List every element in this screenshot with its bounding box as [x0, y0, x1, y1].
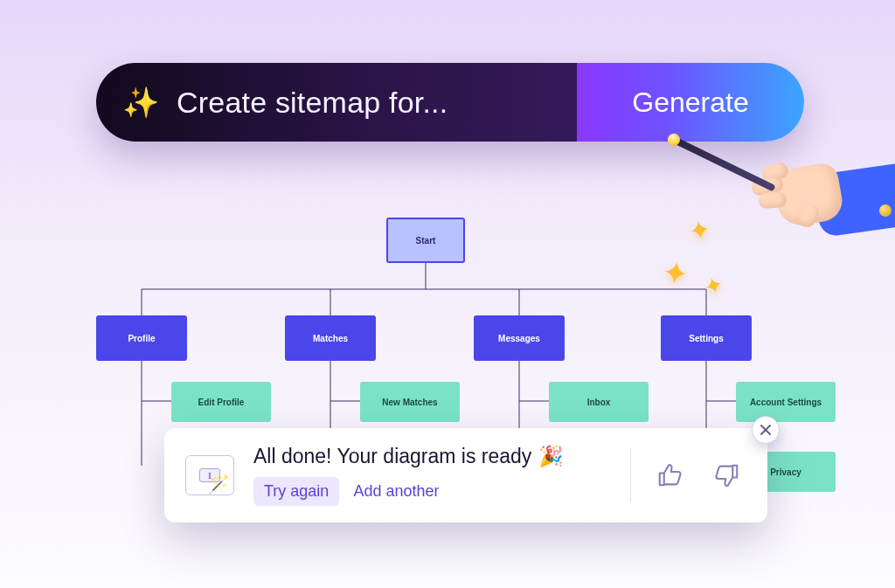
- node-profile[interactable]: Profile: [96, 315, 187, 361]
- thumbs-down-icon: [714, 462, 740, 488]
- sparkle-icon: ✨: [122, 87, 159, 117]
- node-settings[interactable]: Settings: [661, 315, 752, 361]
- toast-divider: [630, 448, 631, 502]
- node-start[interactable]: Start: [386, 218, 465, 263]
- node-new-matches[interactable]: New Matches: [360, 382, 460, 422]
- node-matches[interactable]: Matches: [285, 315, 376, 361]
- magic-input-icon: I 🪄: [185, 455, 234, 495]
- node-edit-profile[interactable]: Edit Profile: [171, 382, 271, 422]
- sparkle-icon: ✦: [660, 253, 691, 294]
- node-account-settings[interactable]: Account Settings: [736, 382, 836, 422]
- toast-body: All done! Your diagram is ready 🎉 Try ag…: [253, 445, 611, 506]
- prompt-placeholder: Create sitemap for...: [177, 86, 448, 120]
- thumbs-down-button[interactable]: [708, 456, 746, 495]
- wand-icon: 🪄: [208, 475, 230, 493]
- close-icon: [760, 424, 772, 436]
- party-icon: 🎉: [538, 445, 564, 468]
- node-inbox[interactable]: Inbox: [549, 382, 649, 422]
- toast-title: All done! Your diagram is ready 🎉: [253, 445, 611, 468]
- generate-button[interactable]: Generate: [577, 63, 804, 142]
- add-another-button[interactable]: Add another: [353, 482, 439, 501]
- toast-actions: Try again Add another: [253, 477, 611, 506]
- prompt-bar: ✨ Create sitemap for... Generate: [96, 63, 804, 142]
- try-again-button[interactable]: Try again: [253, 477, 339, 506]
- prompt-input-area[interactable]: ✨ Create sitemap for...: [96, 63, 577, 142]
- completion-toast: I 🪄 All done! Your diagram is ready 🎉 Tr…: [164, 428, 767, 522]
- thumbs-up-button[interactable]: [650, 456, 689, 495]
- close-button[interactable]: [752, 416, 780, 444]
- toast-title-text: All done! Your diagram is ready: [253, 445, 531, 468]
- thumbs-up-icon: [656, 462, 683, 488]
- node-messages[interactable]: Messages: [474, 315, 565, 361]
